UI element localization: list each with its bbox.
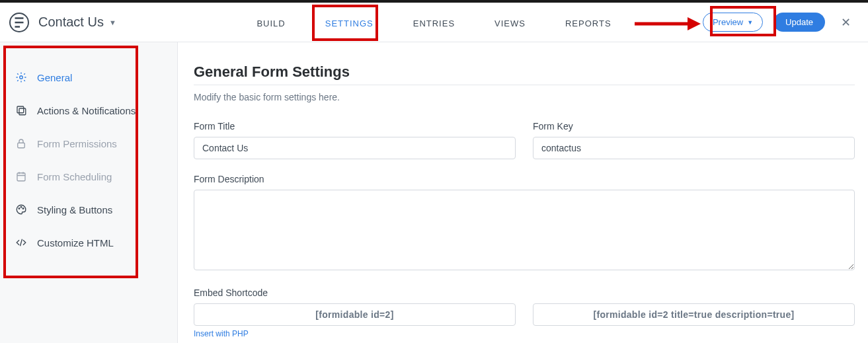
gear-icon (15, 71, 28, 84)
nav-entries[interactable]: ENTRIES (409, 4, 459, 40)
svg-rect-3 (18, 143, 25, 148)
form-name-text: Contact Us (38, 15, 104, 30)
embed-shortcode-input[interactable] (194, 303, 516, 326)
nav-build[interactable]: BUILD (253, 4, 289, 40)
palette-icon (15, 203, 28, 216)
sidebar-item-styling[interactable]: Styling & Buttons (0, 193, 177, 226)
row-title-key: Form Title Form Key (194, 121, 855, 159)
form-key-label: Form Key (533, 121, 855, 132)
sidebar-item-label: Styling & Buttons (37, 204, 112, 215)
main-panel: General Form Settings Modify the basic f… (178, 42, 868, 343)
nav-settings[interactable]: SETTINGS (321, 4, 377, 40)
svg-rect-4 (17, 173, 25, 181)
sidebar-item-label: Form Scheduling (37, 171, 112, 182)
chevron-down-icon: ▼ (747, 19, 753, 26)
svg-point-5 (19, 208, 20, 210)
insert-with-php-link[interactable]: Insert with PHP (194, 329, 249, 338)
form-description-field: Form Description (194, 174, 855, 270)
lock-icon (15, 137, 28, 150)
form-description-label: Form Description (194, 174, 855, 184)
sidebar-item-general[interactable]: General (0, 61, 177, 94)
embed-shortcode-full-input[interactable] (533, 303, 855, 326)
form-title-field: Form Title (194, 121, 516, 159)
form-key-input[interactable] (533, 137, 855, 159)
svg-rect-1 (17, 106, 24, 113)
sidebar-item-customize-html[interactable]: Customize HTML (0, 226, 177, 259)
close-icon[interactable]: ✕ (836, 13, 856, 32)
sidebar-item-label: Actions & Notifications (37, 105, 136, 116)
body: General Actions & Notifications Form Per… (0, 42, 868, 343)
chevron-down-icon: ▼ (109, 19, 116, 26)
nav-reports[interactable]: REPORTS (561, 4, 615, 40)
form-key-field: Form Key (533, 121, 855, 159)
form-description-input[interactable] (194, 190, 855, 270)
sidebar-item-label: General (37, 72, 72, 83)
svg-point-7 (22, 208, 24, 210)
settings-sidebar: General Actions & Notifications Form Per… (0, 42, 178, 343)
form-title-label: Form Title (194, 121, 516, 132)
sidebar-item-scheduling: Form Scheduling (0, 160, 177, 193)
code-icon (15, 236, 28, 249)
logo-icon (9, 13, 29, 32)
sidebar-item-actions[interactable]: Actions & Notifications (0, 94, 177, 127)
layers-icon (15, 104, 28, 117)
row-description: Form Description (194, 174, 855, 270)
header: Contact Us ▼ BUILD SETTINGS ENTRIES VIEW… (0, 3, 868, 42)
form-title-input[interactable] (194, 137, 516, 159)
svg-point-0 (20, 76, 23, 79)
page-subtitle: Modify the basic form settings here. (194, 92, 855, 102)
embed-long-field (533, 303, 855, 326)
row-embed (194, 303, 855, 326)
top-nav: BUILD SETTINGS ENTRIES VIEWS REPORTS (253, 4, 615, 40)
form-name-dropdown[interactable]: Contact Us ▼ (38, 15, 116, 30)
preview-button[interactable]: Preview ▼ (703, 13, 763, 32)
embed-short-field (194, 303, 516, 326)
page-title: General Form Settings (194, 63, 855, 81)
svg-rect-2 (19, 108, 26, 115)
preview-button-label: Preview (713, 17, 743, 27)
sidebar-item-label: Customize HTML (37, 237, 114, 248)
embed-shortcode-label: Embed Shortcode (194, 287, 855, 298)
header-actions: Preview ▼ Update ✕ (703, 13, 868, 32)
calendar-icon (15, 170, 28, 183)
update-button[interactable]: Update (773, 13, 825, 32)
divider (194, 85, 855, 85)
svg-point-6 (20, 207, 22, 208)
sidebar-item-permissions: Form Permissions (0, 127, 177, 160)
nav-views[interactable]: VIEWS (491, 4, 530, 40)
sidebar-item-label: Form Permissions (37, 138, 117, 149)
